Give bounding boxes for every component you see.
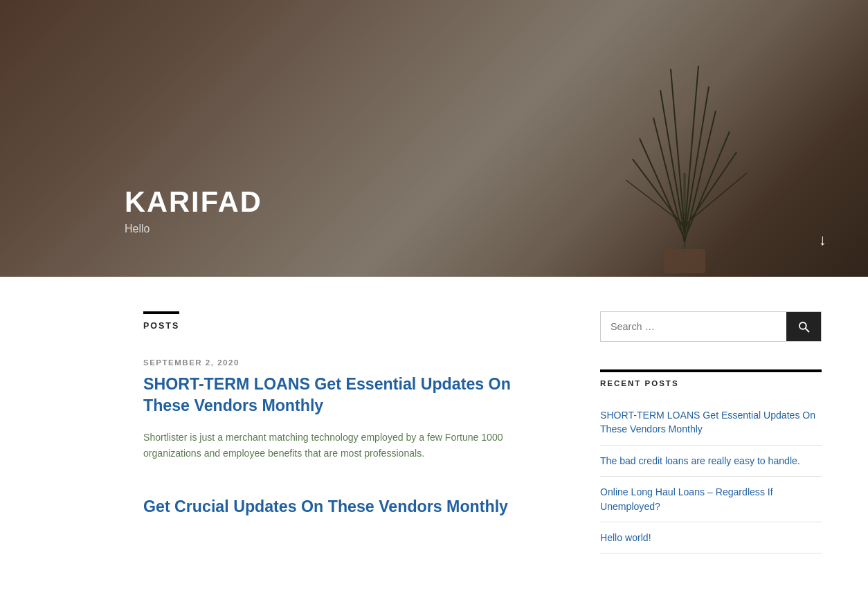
svg-line-20 [806, 329, 809, 332]
search-icon [797, 320, 810, 333]
svg-line-9 [685, 66, 698, 232]
site-title: KARIFAD [125, 185, 262, 219]
recent-post-item: The bad credit loans are really easy to … [600, 446, 822, 477]
post-item: SEPTEMBER 2, 2020 SHORT-TERM LOANS Get E… [143, 358, 559, 461]
recent-post-item: Online Long Haul Loans – Regardless If U… [600, 477, 822, 522]
svg-line-17 [696, 167, 698, 170]
recent-post-link[interactable]: Online Long Haul Loans – Regardless If U… [600, 485, 822, 513]
post-date: SEPTEMBER 2, 2020 [143, 358, 559, 367]
post-item: Get Crucial Updates On These Vendors Mon… [143, 496, 559, 518]
sidebar: RECENT POSTS SHORT-TERM LOANS Get Essent… [600, 311, 822, 553]
scroll-down-arrow[interactable]: ↓ [819, 231, 826, 249]
post-excerpt: Shortlister is just a merchant matching … [143, 430, 559, 461]
recent-post-link[interactable]: Hello world! [600, 531, 822, 545]
hero-plant-decoration [612, 48, 757, 277]
hero-section: KARIFAD Hello ↓ [0, 0, 868, 277]
search-input[interactable] [601, 312, 786, 341]
main-container: POSTS SEPTEMBER 2, 2020 SHORT-TERM LOANS… [19, 277, 849, 581]
svg-line-8 [671, 69, 685, 232]
svg-rect-0 [664, 249, 705, 273]
svg-line-12 [626, 180, 685, 225]
svg-line-10 [633, 159, 685, 228]
post-title-link[interactable]: SHORT-TERM LOANS Get Essential Updates O… [143, 374, 559, 417]
svg-line-16 [664, 149, 666, 152]
recent-post-link[interactable]: SHORT-TERM LOANS Get Essential Updates O… [600, 408, 822, 437]
content-area: POSTS SEPTEMBER 2, 2020 SHORT-TERM LOANS… [143, 311, 559, 553]
recent-post-item: SHORT-TERM LOANS Get Essential Updates O… [600, 400, 822, 446]
svg-line-18 [700, 153, 702, 156]
recent-posts-list: SHORT-TERM LOANS Get Essential Updates O… [600, 400, 822, 553]
recent-post-link[interactable]: The bad credit loans are really easy to … [600, 454, 822, 468]
svg-line-14 [671, 177, 673, 180]
site-subtitle: Hello [125, 223, 262, 235]
post-title-link[interactable]: Get Crucial Updates On These Vendors Mon… [143, 496, 559, 518]
recent-post-item: Hello world! [600, 522, 822, 553]
search-button[interactable] [786, 312, 821, 341]
recent-posts-label: RECENT POSTS [600, 369, 822, 387]
hero-content: KARIFAD Hello [0, 185, 262, 235]
search-box [600, 311, 822, 342]
svg-line-7 [685, 86, 709, 235]
svg-line-15 [667, 163, 669, 166]
posts-section-label: POSTS [143, 311, 179, 331]
